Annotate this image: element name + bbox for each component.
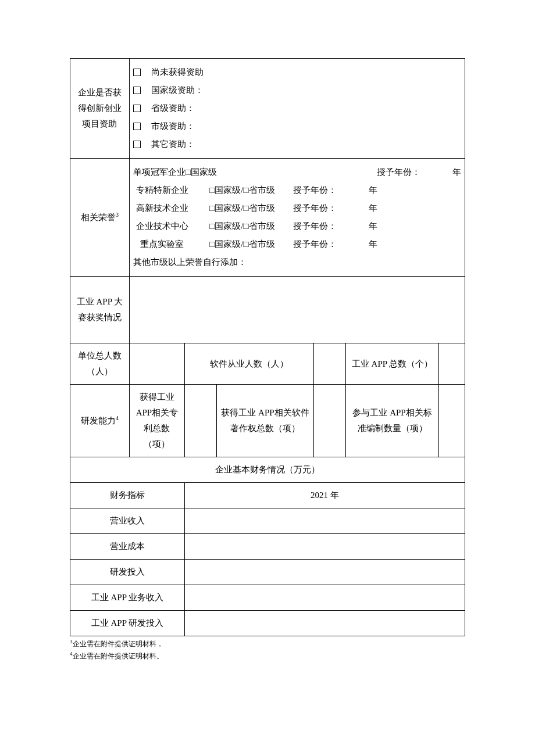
label-honors: 相关荣誉3: [70, 159, 130, 277]
fin-col-year: 2021 年: [184, 483, 465, 508]
honor-year-label: 授予年份：: [293, 200, 337, 216]
funding-options-cell: 尚未获得资助 国家级资助： 省级资助： 市级资助： 其它资助：: [129, 59, 465, 159]
fin-row-value[interactable]: [184, 560, 465, 585]
honor-year-unit: 年: [452, 164, 461, 180]
funding-option-text: 省级资助：: [151, 101, 195, 116]
label-standards: 参与工业 APP相关标准编制数量（项）: [346, 385, 439, 457]
honor-year-label: 授予年份：: [293, 237, 337, 252]
label-rd-text: 研发能力: [81, 416, 116, 425]
footnote-text: 企业需在附件提供证明材料。: [73, 652, 163, 660]
footnote-text: 企业需在附件提供证明材料，: [73, 640, 163, 648]
value-copyrights[interactable]: [314, 385, 346, 457]
fin-row-label: 营业成本: [70, 534, 185, 560]
footnote-3: 3企业需在附件提供证明材料，: [70, 637, 465, 650]
honor-name: 专精特新企业: [133, 182, 191, 198]
label-patents: 获得工业 APP相关专利总数（项）: [129, 385, 184, 457]
honor-name: 单项冠军企业□国家级: [133, 164, 217, 180]
funding-option-1: 国家级资助：: [133, 81, 461, 99]
checkbox-icon[interactable]: [133, 123, 141, 130]
funding-option-3: 市级资助：: [133, 117, 461, 135]
honor-name: 企业技术中心: [133, 218, 191, 234]
honors-cell: 单项冠军企业□国家级 授予年份： 年 专精特新企业 □国家级/□省市级 授予年份…: [129, 159, 465, 277]
value-total-people[interactable]: [129, 343, 184, 385]
funding-option-4: 其它资助：: [133, 135, 461, 153]
label-honors-sup: 3: [116, 212, 119, 218]
honor-row: 高新技术企业 □国家级/□省市级 授予年份： 年: [133, 199, 461, 217]
funding-option-2: 省级资助：: [133, 99, 461, 117]
fin-row-label: 工业 APP 业务收入: [70, 585, 185, 611]
honor-year-unit: 年: [369, 237, 377, 252]
award-value[interactable]: [129, 277, 465, 343]
fin-section-header: 企业基本财务情况（万元）: [70, 457, 465, 483]
honor-level: □国家级/□省市级: [191, 237, 293, 252]
fin-col-indicator: 财务指标: [70, 483, 185, 508]
checkbox-icon[interactable]: [133, 105, 141, 112]
value-standards[interactable]: [439, 385, 465, 457]
honor-name: 高新技术企业: [133, 200, 191, 216]
funding-option-text: 其它资助：: [151, 137, 195, 152]
value-patents[interactable]: [184, 385, 216, 457]
fin-row-label: 工业 APP 研发投入: [70, 611, 185, 636]
honor-year-unit: 年: [369, 200, 377, 216]
label-total-people: 单位总人数（人）: [70, 343, 130, 385]
honor-row: 专精特新企业 □国家级/□省市级 授予年份： 年: [133, 181, 461, 199]
fin-row-label: 营业收入: [70, 508, 185, 534]
honor-row: 重点实验室 □国家级/□省市级 授予年份： 年: [133, 235, 461, 253]
honor-level: □国家级/□省市级: [191, 200, 293, 216]
label-copyrights: 获得工业 APP相关软件著作权总数（项）: [216, 385, 313, 457]
label-rd-capability: 研发能力4: [70, 385, 130, 457]
label-honors-text: 相关荣誉: [81, 213, 116, 222]
form-table: 企业是否获得创新创业项目资助 尚未获得资助 国家级资助： 省级资助： 市级资助：…: [70, 58, 465, 636]
honor-year-label: 授予年份：: [293, 218, 337, 234]
honor-name: 重点实验室: [133, 237, 191, 252]
fin-row-value[interactable]: [184, 534, 465, 560]
funding-option-text: 国家级资助：: [151, 83, 204, 98]
honor-year-unit: 年: [369, 182, 377, 198]
funding-option-text: 尚未获得资助: [151, 65, 204, 80]
footnotes: 3企业需在附件提供证明材料， 4企业需在附件提供证明材料。: [70, 637, 465, 662]
fin-row-value[interactable]: [184, 611, 465, 636]
checkbox-icon[interactable]: [133, 87, 141, 94]
honor-year-unit: 年: [369, 218, 377, 234]
checkbox-icon[interactable]: [133, 141, 141, 148]
honor-row: 单项冠军企业□国家级 授予年份： 年: [133, 163, 461, 181]
honor-year-label: 授予年份：: [293, 182, 337, 198]
funding-option-text: 市级资助：: [151, 119, 195, 134]
fin-row-value[interactable]: [184, 508, 465, 534]
label-rd-sup: 4: [116, 415, 119, 421]
label-app-total: 工业 APP 总数（个）: [346, 343, 439, 385]
honor-extra-text: 其他市级以上荣誉自行添加：: [133, 255, 247, 270]
honor-level: □国家级/□省市级: [191, 182, 293, 198]
label-software-people: 软件从业人数（人）: [184, 343, 313, 385]
fin-row-value[interactable]: [184, 585, 465, 611]
honor-row: 企业技术中心 □国家级/□省市级 授予年份： 年: [133, 217, 461, 235]
label-funding: 企业是否获得创新创业项目资助: [70, 59, 130, 159]
label-award: 工业 APP 大赛获奖情况: [70, 277, 130, 343]
checkbox-icon[interactable]: [133, 69, 141, 76]
honor-extra: 其他市级以上荣誉自行添加：: [133, 253, 461, 271]
value-app-total[interactable]: [439, 343, 465, 385]
funding-option-0: 尚未获得资助: [133, 63, 461, 81]
footnote-4: 4企业需在附件提供证明材料。: [70, 650, 465, 662]
value-software-people[interactable]: [314, 343, 346, 385]
honor-level: □国家级/□省市级: [191, 218, 293, 234]
honor-year-label: 授予年份：: [377, 164, 420, 180]
fin-row-label: 研发投入: [70, 560, 185, 585]
